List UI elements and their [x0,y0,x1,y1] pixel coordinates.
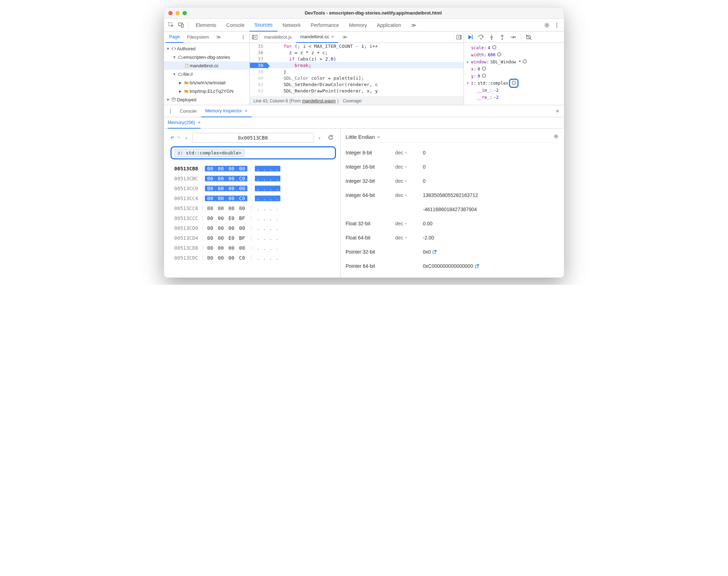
drawer-tab[interactable]: Memory Inspector× [201,105,252,117]
editor-tabs-overflow-icon[interactable]: ≫ [338,32,352,43]
prev-page-icon[interactable]: ‹ [183,135,189,141]
reveal-in-memory-icon[interactable] [492,45,497,51]
navigator-overflow-icon[interactable]: ≫ [213,32,225,43]
close-memory-tab-icon[interactable]: × [198,120,201,125]
tab-network[interactable]: Network [278,19,306,32]
hex-row[interactable]: 00513CBC000000C0.... [170,174,336,183]
value-settings-icon[interactable] [553,134,559,140]
editor-tab[interactable]: mandelbrot.cc× [296,32,338,43]
scope-variable[interactable]: scale: 4 [467,44,561,51]
format-selector[interactable]: dec [395,164,423,170]
scope-variable[interactable]: ▶window: SDL_Window * [467,58,561,66]
scope-variable[interactable]: width: 600 [467,51,561,58]
traffic-lights[interactable] [168,11,187,15]
tab-application[interactable]: Application [372,19,406,32]
editor-tab[interactable]: mandelbrot.js [260,32,296,43]
format-selector[interactable]: dec [395,235,423,241]
tabs-overflow-icon[interactable]: ≫ [406,19,421,32]
format-selector[interactable]: dec [395,178,423,184]
reveal-in-memory-icon[interactable] [509,79,519,88]
file-tree[interactable]: ▼Authored▼emscripten-dbg-storiesmandelbr… [164,43,250,105]
tree-item[interactable]: ▼emscripten-dbg-stories [164,53,250,61]
endian-selector[interactable]: Little Endian [346,131,559,143]
inspect-element-icon[interactable] [166,20,176,30]
code-line[interactable]: 39 } [250,68,464,75]
hex-row[interactable]: 00513CD800000000.... [170,243,336,253]
drawer-kebab-icon[interactable] [166,106,175,116]
nav-tab-filesystem[interactable]: Filesystem [183,32,212,43]
memory-tab[interactable]: Memory(256) × [168,117,201,129]
navigator-kebab-icon[interactable] [238,32,248,42]
object-highlight-chip[interactable]: z: std::complex<double> [170,146,336,159]
reveal-in-memory-icon[interactable] [522,59,527,65]
format-selector[interactable]: dec [395,150,423,156]
step-out-icon[interactable] [497,32,507,42]
hex-row[interactable]: 00513CD40000E0BF.... [170,233,336,243]
code-line[interactable]: 40 SDL_Color color = palette[i]; [250,75,464,81]
device-toolbar-icon[interactable] [176,20,186,30]
close-window-icon[interactable] [168,11,173,15]
tab-elements[interactable]: Elements [191,19,221,32]
step-into-icon[interactable] [487,32,497,42]
tree-item[interactable]: ▶tmp/tmp.ELcTq2YGN [164,87,250,95]
code-line[interactable]: 36 z = z * z + c; [250,49,464,56]
tab-memory[interactable]: Memory [344,19,372,32]
refresh-icon[interactable] [325,134,336,142]
undo-icon[interactable]: ↶ [170,135,174,141]
close-tab-icon[interactable]: × [245,108,248,113]
step-over-icon[interactable] [476,32,486,42]
redo-icon[interactable]: ↷ [177,135,180,141]
deactivate-breakpoints-icon[interactable] [524,32,534,42]
code-editor[interactable]: 35 for (; i < MAX_ITER_COUNT - 1; i++36 … [250,43,464,96]
step-icon[interactable] [508,32,518,42]
code-line[interactable]: 37 if (abs(z) > 2.0) [250,56,464,62]
scope-variable[interactable]: ▼z: std::complex [467,80,561,87]
scope-variable[interactable]: __re_: -2 [467,94,561,101]
code-line[interactable]: 35 for (; i < MAX_ITER_COUNT - 1; i++ [250,43,464,49]
code-line[interactable]: 38 break; [250,62,464,68]
hex-row[interactable]: 00513CDC000000C0.... [170,253,336,263]
external-link-icon[interactable] [475,263,480,269]
hex-row[interactable]: 00513CCC0000E0BF.... [170,213,336,223]
external-link-icon[interactable] [432,249,437,255]
format-selector[interactable]: dec [395,221,423,226]
hex-row[interactable]: 00513CB800000000.... [170,164,336,174]
hex-row[interactable]: 00513CC800000000.... [170,203,336,213]
hex-row[interactable]: 00513CC4000000C0.... [170,193,336,203]
value-row: Integer 8-bitdec0 [346,146,559,160]
tree-item[interactable]: mandelbrot.cc [164,61,250,70]
scope-variable[interactable]: x: 0 [467,66,561,73]
reveal-in-memory-icon[interactable] [482,73,486,79]
tree-item[interactable]: ▼Authored [164,44,250,53]
reveal-in-memory-icon[interactable] [497,52,502,58]
source-map-link[interactable]: mandelbrot.wasm [302,98,336,103]
close-tab-icon[interactable]: × [331,34,334,39]
tab-console[interactable]: Console [221,19,249,32]
tab-sources[interactable]: Sources [250,19,278,32]
drawer-tab[interactable]: Console [175,105,201,117]
hex-table[interactable]: 00513CB800000000....00513CBC000000C0....… [170,164,336,263]
resume-icon[interactable] [465,32,475,42]
reveal-in-memory-icon[interactable] [482,66,486,72]
hex-row[interactable]: 00513CC000000000.... [170,183,336,193]
tab-performance[interactable]: Performance [306,19,344,32]
next-page-icon[interactable]: › [317,135,323,141]
minimize-window-icon[interactable] [175,11,180,15]
settings-gear-icon[interactable] [542,20,552,30]
zoom-window-icon[interactable] [183,11,187,15]
toggle-debugger-icon[interactable] [454,32,464,43]
scope-variables[interactable]: scale: 4width: 600▶window: SDL_Window *x… [464,43,564,105]
tree-item[interactable]: ▼file:// [164,70,250,78]
code-line[interactable]: 41 SDL_SetRenderDrawColor(renderer, c [250,81,464,87]
address-input[interactable]: 0x00513CB8 [192,133,314,143]
scope-variable[interactable]: __im_: -2 [467,87,561,94]
nav-tab-page[interactable]: Page [166,32,183,43]
hex-row[interactable]: 00513CD000000000.... [170,223,336,233]
tree-item[interactable]: ▼Deployed [164,95,250,104]
code-line[interactable]: 42 SDL_RenderDrawPoint(renderer, x, y [250,87,464,94]
close-drawer-icon[interactable]: × [553,108,562,114]
format-selector[interactable]: dec [395,192,423,198]
tree-item[interactable]: ▶b/s/w/ir/x/w/install [164,78,250,87]
toggle-navigator-icon[interactable] [250,32,260,43]
kebab-menu-icon[interactable] [552,20,562,30]
